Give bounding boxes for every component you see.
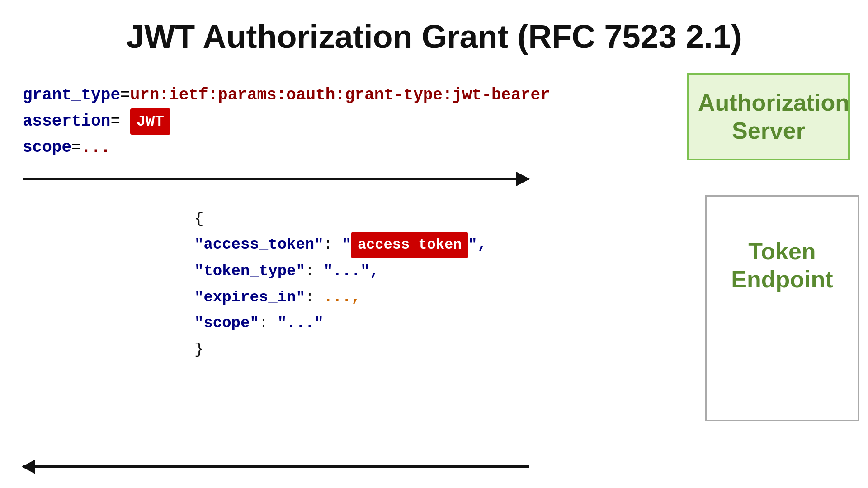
assertion-line: assertion= JWT [23,108,683,135]
request-params: grant_type=urn:ietf:params:oauth:grant-t… [23,82,683,161]
scope-line: scope=... [23,135,683,161]
json-response: { "access_token": "access token", "token… [23,188,683,363]
json-token-type-line: "token_type": "...", [194,258,683,285]
access-token-key: "access_token" [194,236,324,253]
scope-value: ... [81,138,111,157]
arrow-left-line [23,465,529,468]
left-section: grant_type=urn:ietf:params:oauth:grant-t… [0,69,683,484]
grant-type-key: grant_type [23,86,120,104]
json-open-brace: { [194,206,683,232]
expires-in-value: ..., [324,289,361,306]
auth-server-label: AuthorizationServer [698,89,839,145]
token-endpoint-box: TokenEndpoint [705,195,859,421]
auth-server-box: AuthorizationServer [687,73,850,160]
token-type-key: "token_type" [194,263,305,280]
grant-type-line: grant_type=urn:ietf:params:oauth:grant-t… [23,82,683,108]
json-scope-line: "scope": "..." [194,310,683,337]
response-scope-key: "scope" [194,314,259,332]
response-scope-value: "..." [278,314,324,332]
token-type-value: "...", [324,263,379,280]
json-access-token-line: "access_token": "access token", [194,232,683,258]
json-expires-line: "expires_in": ..., [194,285,683,311]
right-section: AuthorizationServer TokenEndpoint [683,69,854,484]
arrow-right-line [23,178,529,180]
token-endpoint-label: TokenEndpoint [716,210,849,294]
json-close-brace: } [194,337,683,363]
request-arrow [23,170,529,188]
assertion-key: assertion [23,112,110,131]
grant-type-value: urn:ietf:params:oauth:grant-type:jwt-bea… [130,86,550,104]
jwt-badge: JWT [130,108,170,135]
access-token-badge: access token [351,232,468,258]
page-title: JWT Authorization Grant (RFC 7523 2.1) [0,0,868,69]
expires-in-key: "expires_in" [194,289,305,306]
response-arrow [23,457,529,475]
scope-key: scope [23,138,71,157]
